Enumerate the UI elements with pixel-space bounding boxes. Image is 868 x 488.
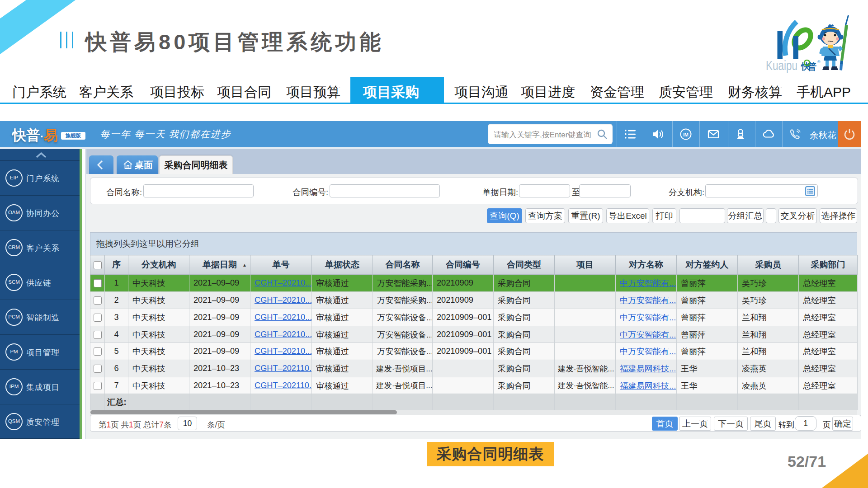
svg-text:IM: IM <box>683 132 689 137</box>
svg-text:快普: 快普 <box>800 61 816 71</box>
svg-text:Kuaipu: Kuaipu <box>766 58 797 73</box>
svg-text:®: ® <box>817 60 821 64</box>
